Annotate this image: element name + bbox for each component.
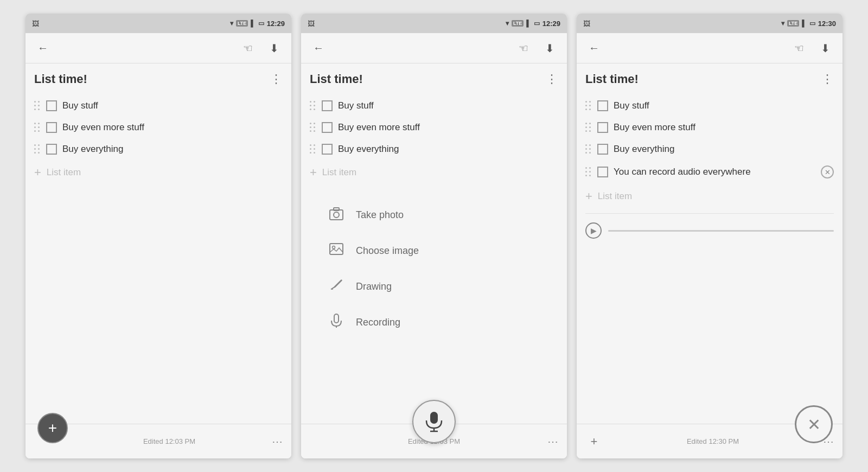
status-bar-2: 🖼 ▾ LTE ▌ ▭ 12:29: [301, 14, 567, 33]
wifi-icon-1: ▾: [230, 20, 233, 27]
checkbox-3-3[interactable]: [597, 144, 608, 155]
menu-choose-image[interactable]: Choose image: [328, 233, 540, 269]
back-button-2[interactable]: ←: [310, 40, 327, 57]
drag-handle-3-4[interactable]: [585, 167, 592, 177]
touch-icon-3[interactable]: ☜: [790, 40, 808, 57]
list-title-3: List time!: [585, 72, 639, 86]
play-button[interactable]: ▶: [585, 222, 602, 239]
add-note-button-3[interactable]: +: [585, 433, 603, 450]
item-text-2-2: Buy even more stuff: [338, 122, 558, 133]
lte-badge-1: LTE: [236, 20, 248, 27]
download-icon-3[interactable]: ⬇: [816, 40, 834, 57]
menu-recording[interactable]: Recording: [328, 304, 540, 340]
toolbar-left-3: ←: [585, 40, 603, 57]
checkbox-3-1[interactable]: [597, 100, 608, 111]
toolbar-2: ← ☜ ⬇: [301, 33, 567, 63]
wifi-icon-3: ▾: [781, 20, 784, 27]
drag-handle-2-2[interactable]: [310, 123, 316, 133]
content-2: List time! ⋮ Buy stuff: [301, 63, 567, 424]
image-icon-3: 🖼: [583, 20, 590, 28]
popup-menu-2: Take photo Choose image: [301, 186, 567, 389]
add-plus-icon-2: +: [310, 165, 317, 180]
menu-drawing[interactable]: Drawing: [328, 269, 540, 304]
fab-button-1[interactable]: +: [37, 413, 68, 443]
recording-label: Recording: [356, 317, 400, 328]
list-item-3-4: You can record audio everywhere ✕: [585, 160, 834, 184]
toolbar-3: ← ☜ ⬇: [577, 33, 843, 63]
item-text-1-2: Buy even more stuff: [62, 122, 283, 133]
edited-text-1: Edited 12:03 PM: [67, 437, 272, 445]
back-button-3[interactable]: ←: [585, 40, 603, 57]
menu-take-photo[interactable]: Take photo: [328, 197, 540, 233]
add-item-text-1: List item: [47, 167, 81, 178]
drag-handle-3-3[interactable]: [585, 144, 592, 155]
status-time-2: 12:29: [542, 20, 560, 28]
screen-layout: 🖼 ▾ LTE ▌ ▭ 12:29 ← ☜ ⬇ List time!: [0, 0, 868, 472]
more-options-1[interactable]: ⋮: [270, 72, 283, 86]
close-item-button[interactable]: ✕: [821, 165, 834, 178]
download-icon-2[interactable]: ⬇: [541, 40, 558, 57]
audio-track[interactable]: [608, 230, 834, 232]
checkbox-2-1[interactable]: [322, 100, 333, 111]
toolbar-right-2: ☜ ⬇: [515, 40, 558, 57]
signal-icon-2: ▌: [526, 20, 531, 27]
download-icon-1[interactable]: ⬇: [265, 40, 283, 57]
svg-rect-8: [430, 412, 438, 424]
back-button-1[interactable]: ←: [34, 40, 52, 57]
more-options-3[interactable]: ⋮: [821, 72, 834, 86]
drag-handle-3-2[interactable]: [585, 123, 592, 133]
drag-handle-1-2[interactable]: [34, 123, 41, 133]
checkbox-1-2[interactable]: [46, 122, 57, 133]
drag-handle-1-3[interactable]: [34, 144, 41, 155]
add-item-row-2[interactable]: + List item: [310, 160, 558, 185]
checkbox-2-3[interactable]: [322, 144, 333, 155]
add-item-row-3[interactable]: + List item: [585, 184, 834, 209]
mic-fab-button[interactable]: [412, 400, 456, 443]
list-title-1: List time!: [34, 72, 87, 86]
wifi-icon-2: ▾: [506, 20, 509, 27]
signal-icon-3: ▌: [802, 20, 807, 27]
status-bar-3: 🖼 ▾ LTE ▌ ▭ 12:30: [577, 14, 843, 33]
more-btn-1[interactable]: ⋯: [272, 435, 283, 448]
touch-icon-1[interactable]: ☜: [239, 40, 257, 57]
drag-handle-1-1[interactable]: [34, 101, 41, 111]
checkbox-3-2[interactable]: [597, 122, 608, 133]
camera-icon: [328, 206, 345, 224]
toolbar-left-2: ←: [310, 40, 327, 57]
svg-rect-6: [334, 314, 339, 323]
phone-2: 🖼 ▾ LTE ▌ ▭ 12:29 ← ☜ ⬇ List time!: [301, 14, 567, 458]
drag-handle-2-3[interactable]: [310, 144, 316, 155]
drag-handle-3-1[interactable]: [585, 101, 592, 111]
item-text-2-3: Buy everything: [338, 144, 558, 155]
more-btn-2[interactable]: ⋯: [547, 435, 558, 448]
list-title-row-3: List time! ⋮: [585, 72, 834, 86]
cancel-fab-button[interactable]: ✕: [795, 405, 833, 443]
list-item-2-2: Buy even more stuff: [310, 117, 558, 138]
add-item-row-1[interactable]: + List item: [34, 160, 283, 185]
list-item-2-3: Buy everything: [310, 138, 558, 160]
touch-icon-2[interactable]: ☜: [515, 40, 532, 57]
image-menu-icon: [328, 241, 345, 260]
svg-rect-0: [330, 210, 343, 220]
checkbox-1-3[interactable]: [46, 144, 57, 155]
list-item-3-2: Buy even more stuff: [585, 117, 834, 138]
drawing-icon: [328, 277, 345, 296]
drag-handle-2-1[interactable]: [310, 101, 316, 111]
take-photo-label: Take photo: [356, 209, 404, 221]
status-time-3: 12:30: [818, 20, 836, 28]
checkbox-2-2[interactable]: [322, 122, 333, 133]
lte-badge-2: LTE: [512, 20, 524, 27]
checkbox-3-4[interactable]: [597, 167, 608, 177]
toolbar-1: ← ☜ ⬇: [25, 33, 291, 63]
svg-rect-3: [330, 244, 343, 254]
drawing-label: Drawing: [356, 281, 392, 292]
edited-text-3: Edited 12:30 PM: [603, 437, 823, 445]
checkbox-1-1[interactable]: [46, 100, 57, 111]
item-text-1-3: Buy everything: [62, 144, 283, 155]
battery-icon-2: ▭: [534, 20, 540, 27]
status-right-1: ▾ LTE ▌ ▭ 12:29: [230, 20, 285, 28]
list-item-2-1: Buy stuff: [310, 95, 558, 117]
bottom-bar-1: + Edited 12:03 PM ⋯: [25, 424, 291, 458]
more-options-2[interactable]: ⋮: [546, 72, 558, 86]
item-text-3-4: You can record audio everywhere: [614, 167, 815, 177]
